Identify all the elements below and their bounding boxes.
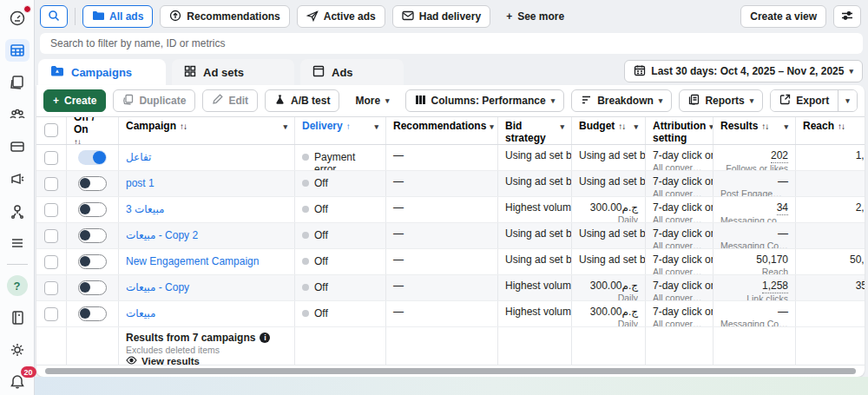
notification-badge: 20 — [21, 366, 36, 378]
header-campaign[interactable]: Campaign ↑↓ ▾ — [119, 117, 295, 144]
search-filter-button[interactable] — [40, 5, 68, 28]
duplicate-button[interactable]: Duplicate — [113, 89, 195, 112]
header-results[interactable]: Results ↑↓ ▾ — [713, 117, 796, 144]
chip-label: See more — [517, 10, 564, 23]
recommendations-value: — — [393, 280, 404, 292]
button-label: Export — [796, 95, 829, 107]
chevron-down-icon: ▾ — [283, 121, 287, 131]
results-value[interactable]: 202 — [771, 149, 788, 163]
filter-chip-active-ads[interactable]: Active ads — [297, 5, 385, 28]
results-value[interactable]: — — [778, 175, 788, 188]
sidebar-item-business-portfolio[interactable] — [5, 306, 30, 329]
campaign-toggle[interactable] — [78, 306, 107, 321]
more-button[interactable]: More ▾ — [346, 89, 398, 112]
create-button[interactable]: + Create — [43, 89, 106, 112]
sidebar-item-help[interactable]: ? — [5, 274, 30, 297]
footer-subtitle: Excludes deleted items — [126, 345, 287, 355]
ab-test-button[interactable]: A/B test — [265, 89, 339, 112]
filter-chip-see-more[interactable]: + See more — [497, 5, 573, 28]
results-value[interactable]: 34 — [777, 201, 788, 215]
results-value[interactable]: 1,258 — [762, 280, 788, 293]
table-row: تفاعل Payment error — Using ad set bid..… — [36, 145, 865, 171]
button-label: Create — [64, 95, 96, 107]
header-reach[interactable]: Reach ↑↓ — [796, 117, 865, 144]
campaign-toggle[interactable] — [78, 150, 107, 165]
campaigns-table: Off / On ↑↓ Campaign ↑↓ ▾ Delivery ↑ ▾ R… — [36, 116, 865, 365]
chevron-down-icon: ▾ — [551, 97, 556, 105]
header-off-on[interactable]: Off / On ↑↓ — [67, 117, 119, 144]
divider — [75, 8, 76, 25]
search-input[interactable] — [40, 33, 863, 54]
delivery-status-dot — [302, 206, 309, 213]
row-checkbox[interactable] — [44, 203, 58, 217]
delivery-status: Off — [314, 203, 328, 215]
button-label: More — [355, 95, 380, 107]
create-a-view-button[interactable]: Create a view — [740, 5, 826, 28]
breakdown-button[interactable]: Breakdown ▾ — [571, 89, 672, 112]
tab-ad-sets[interactable]: Ad sets — [172, 59, 294, 85]
tab-ads[interactable]: Ads — [300, 59, 404, 85]
sidebar-item-notifications[interactable]: 20 — [5, 371, 30, 393]
results-value[interactable]: — — [778, 306, 788, 318]
header-delivery[interactable]: Delivery ↑ ▾ — [295, 117, 386, 144]
actions-toolbar: + Create Duplicate Edit A/B test — [36, 85, 865, 116]
table-row: post 1 Off — Using ad set bid... Using a… — [36, 171, 865, 197]
row-checkbox[interactable] — [44, 229, 58, 243]
campaign-link[interactable]: مبيعات 3 — [126, 201, 164, 215]
header-recommendations[interactable]: Recommendations ▾ — [386, 117, 498, 144]
campaign-link[interactable]: مبيعات — [126, 306, 155, 319]
main-area: All ads Recommendations Active ads Had d… — [35, 0, 868, 395]
filter-chip-all-ads[interactable]: All ads — [82, 5, 153, 28]
sidebar-item-pages[interactable] — [5, 71, 30, 94]
columns-button[interactable]: Columns: Performance ▾ — [405, 89, 565, 112]
tab-campaigns[interactable]: Campaigns — [38, 59, 166, 85]
table-icon — [9, 42, 26, 59]
sidebar-item-billing[interactable] — [5, 135, 30, 158]
horizontal-scrollbar[interactable] — [45, 368, 856, 374]
header-bid-strategy[interactable]: Bid strategy ▾ — [498, 117, 572, 144]
sidebar-item-all-tools[interactable] — [5, 232, 30, 254]
table-row: مبيعات - Copy 2 Off — Using ad set bid..… — [36, 223, 865, 249]
filter-chip-had-delivery[interactable]: Had delivery — [392, 5, 490, 28]
campaign-toggle[interactable] — [78, 254, 107, 269]
header-attribution[interactable]: Attribution setting ▾ — [646, 117, 713, 144]
row-checkbox[interactable] — [44, 255, 58, 269]
sidebar-item-ads-reporting[interactable] — [5, 168, 30, 190]
attribution-value: 7-day click or ... — [653, 253, 706, 267]
view-results-link[interactable]: View results — [126, 356, 287, 365]
delivery-status-dot — [302, 180, 309, 187]
bid-strategy-value: Using ad set bid... — [505, 175, 572, 188]
results-value[interactable]: 50,170 — [756, 253, 788, 266]
filter-settings-button[interactable] — [833, 5, 861, 28]
info-icon[interactable]: i — [260, 332, 270, 343]
row-checkbox[interactable] — [44, 177, 58, 191]
campaign-link[interactable]: New Engagement Campaign — [126, 253, 259, 267]
campaign-link[interactable]: تفاعل — [126, 149, 151, 163]
sidebar-item-settings[interactable] — [5, 339, 30, 361]
edit-button[interactable]: Edit — [202, 89, 258, 112]
sidebar-item-campaigns[interactable] — [5, 39, 30, 62]
sidebar-item-overview[interactable] — [5, 7, 30, 30]
reports-button[interactable]: Reports ▾ — [679, 89, 763, 112]
sidebar-item-audiences[interactable] — [5, 103, 30, 126]
row-checkbox[interactable] — [44, 307, 58, 321]
results-value[interactable]: — — [778, 227, 788, 240]
row-checkbox[interactable] — [44, 151, 58, 165]
sidebar-item-advertising-settings[interactable] — [5, 200, 30, 222]
export-options-button[interactable]: ▾ — [838, 90, 857, 111]
campaign-link[interactable]: post 1 — [126, 175, 155, 189]
date-range-button[interactable]: Last 30 days: Oct 4, 2025 – Nov 2, 2025 … — [624, 60, 863, 82]
campaign-link[interactable]: مبيعات - Copy 2 — [126, 227, 198, 241]
attribution-value: 7-day click or ... — [653, 306, 706, 319]
select-all-checkbox[interactable] — [44, 123, 58, 137]
filter-chip-recommendations[interactable]: Recommendations — [160, 5, 289, 28]
campaign-toggle[interactable] — [78, 176, 107, 191]
send-icon — [306, 10, 319, 24]
campaign-link[interactable]: مبيعات - Copy — [126, 280, 189, 293]
campaign-toggle[interactable] — [78, 280, 107, 295]
header-budget[interactable]: Budget ↑↓ ▾ — [572, 117, 646, 144]
row-checkbox[interactable] — [44, 281, 58, 295]
campaign-toggle[interactable] — [78, 228, 107, 243]
export-button[interactable]: Export — [771, 90, 838, 111]
campaign-toggle[interactable] — [78, 202, 107, 217]
